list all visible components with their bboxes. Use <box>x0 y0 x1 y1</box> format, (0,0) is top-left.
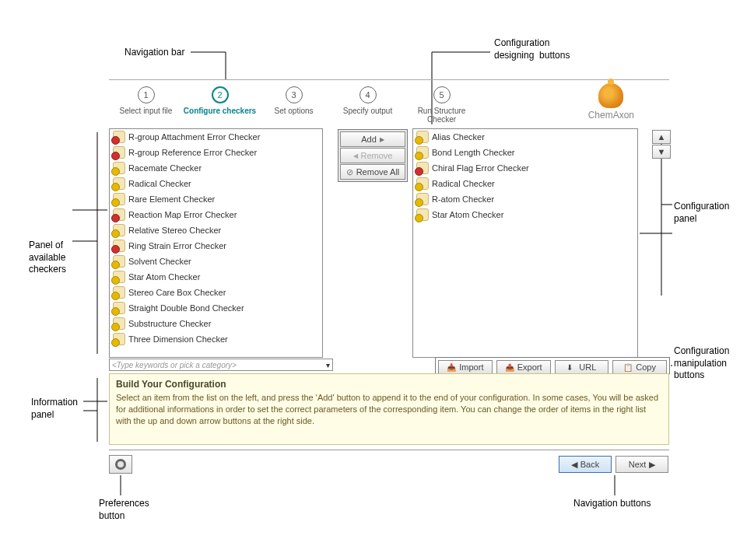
list-item[interactable]: Radical Checker <box>413 176 637 191</box>
import-icon <box>447 362 456 372</box>
step-1[interactable]: 1 Select input file <box>109 86 183 115</box>
list-item-label: Radical Checker <box>128 179 191 188</box>
list-item-label: Stereo Care Box Checker <box>128 288 226 297</box>
remove-all-button[interactable]: Remove All <box>340 164 405 180</box>
list-item[interactable]: Relative Stereo Checker <box>110 222 322 238</box>
callout-config-panel: Configuration panel <box>674 201 729 225</box>
checker-icon <box>113 286 125 299</box>
export-label: Export <box>517 362 542 372</box>
triangle-right-icon: ▶ <box>649 460 655 470</box>
step-3[interactable]: 3 Set options <box>257 86 331 115</box>
move-up-button[interactable]: ▲ <box>652 130 671 144</box>
brand: ChemAxon <box>588 83 634 121</box>
configuration-panel[interactable]: Alias CheckerBond Length CheckerChiral F… <box>412 128 638 358</box>
triangle-up-icon: ▲ <box>658 132 666 142</box>
checker-icon <box>113 131 125 143</box>
step-3-number: 3 <box>286 86 303 103</box>
list-item-label: Substructure Checker <box>128 319 211 328</box>
step-1-number: 1 <box>138 86 155 103</box>
checker-icon <box>416 146 429 159</box>
copy-button[interactable]: Copy <box>612 360 667 374</box>
list-item[interactable]: Chiral Flag Error Checker <box>413 160 637 176</box>
list-item[interactable]: Stereo Care Box Checker <box>110 285 322 300</box>
import-button[interactable]: Import <box>438 360 493 374</box>
triangle-left-icon: ◀ <box>571 460 577 470</box>
info-body: Select an item from the list on the left… <box>116 392 662 427</box>
step-4-number: 4 <box>359 86 377 103</box>
checker-icon <box>113 271 125 283</box>
list-item-label: Reaction Map Error Checker <box>128 210 237 219</box>
step-4-label: Specify output <box>331 107 405 115</box>
checker-icon <box>416 177 429 190</box>
list-item-label: Straight Double Bond Checker <box>128 303 244 313</box>
list-item[interactable]: Bond Length Checker <box>413 145 637 160</box>
list-item[interactable]: Three Dimension Checker <box>110 331 322 347</box>
step-4[interactable]: 4 Specify output <box>331 86 405 115</box>
checker-icon <box>113 224 125 236</box>
list-item-label: Racemate Checker <box>128 163 202 173</box>
checker-icon <box>113 208 125 221</box>
step-2[interactable]: 2 Configure checkers <box>183 86 257 115</box>
add-button[interactable]: Add <box>340 131 405 147</box>
checker-icon <box>113 240 125 252</box>
list-item-label: R-group Attachment Error Checker <box>128 132 260 142</box>
step-2-number: 2 <box>212 86 229 103</box>
list-item[interactable]: Alias Checker <box>413 129 637 145</box>
available-checkers-panel[interactable]: R-group Attachment Error CheckerR-group … <box>109 128 323 358</box>
step-1-label: Select input file <box>109 107 183 115</box>
list-item[interactable]: R-group Attachment Error Checker <box>110 129 322 145</box>
list-item-label: Chiral Flag Error Checker <box>432 163 529 173</box>
list-item[interactable]: Radical Checker <box>110 176 322 191</box>
move-down-button[interactable]: ▼ <box>652 145 671 159</box>
remove-all-button-label: Remove All <box>356 167 400 177</box>
filter-input[interactable]: <Type keywords or pick a category> ▾ <box>109 359 333 371</box>
copy-label: Copy <box>636 362 656 372</box>
next-button[interactable]: Next ▶ <box>615 456 668 473</box>
preferences-button[interactable] <box>109 455 132 474</box>
copy-icon <box>623 362 633 372</box>
list-item[interactable]: Solvent Checker <box>110 254 322 269</box>
callout-nav-buttons: Navigation buttons <box>573 498 651 510</box>
list-item[interactable]: Ring Strain Error Checker <box>110 238 322 254</box>
step-5[interactable]: 5 Run Structure Checker <box>405 86 479 124</box>
list-item[interactable]: Rare Element Checker <box>110 191 322 207</box>
list-item[interactable]: Racemate Checker <box>110 160 322 176</box>
list-item-label: Star Atom Checker <box>128 272 200 282</box>
step-5-label: Run Structure Checker <box>405 107 479 124</box>
callout-navbar: Navigation bar <box>124 47 184 59</box>
list-item-label: Three Dimension Checker <box>128 334 228 344</box>
brand-logo-icon <box>598 83 623 108</box>
url-button[interactable]: URL <box>555 360 609 374</box>
list-item[interactable]: Straight Double Bond Checker <box>110 300 322 316</box>
callout-config-design: Configuration designing buttons <box>494 37 570 61</box>
export-icon <box>505 362 514 372</box>
checker-icon <box>113 333 125 345</box>
export-button[interactable]: Export <box>496 360 551 374</box>
checker-icon <box>113 193 125 205</box>
checker-icon <box>113 162 125 174</box>
callout-available: Panel of available checkers <box>29 240 66 276</box>
remove-button[interactable]: Remove <box>340 148 405 163</box>
step-2-label: Configure checkers <box>183 107 257 115</box>
list-item-label: Rare Element Checker <box>128 194 215 204</box>
gear-icon <box>115 459 126 470</box>
information-panel: Build Your Configuration Select an item … <box>109 373 669 445</box>
checker-icon <box>113 177 125 190</box>
list-item-label: Bond Length Checker <box>432 148 514 157</box>
list-item[interactable]: R-group Reference Error Checker <box>110 145 322 160</box>
list-item[interactable]: Reaction Map Error Checker <box>110 207 322 222</box>
url-label: URL <box>579 362 596 372</box>
info-title: Build Your Configuration <box>116 379 662 390</box>
checker-icon <box>416 131 429 143</box>
back-label: Back <box>580 460 599 469</box>
filter-placeholder: <Type keywords or pick a category> <box>112 361 237 369</box>
list-item[interactable]: Substructure Checker <box>110 316 322 331</box>
list-item[interactable]: Star Atom Checker <box>110 269 322 285</box>
back-button[interactable]: ◀ Back <box>559 456 612 473</box>
list-item[interactable]: Star Atom Checker <box>413 207 637 222</box>
config-manipulation-buttons: Import Export URL Copy <box>435 357 670 374</box>
list-item-label: Relative Stereo Checker <box>128 226 221 235</box>
dropdown-icon[interactable]: ▾ <box>326 361 330 369</box>
checker-icon <box>113 146 125 159</box>
list-item[interactable]: R-atom Checker <box>413 191 637 207</box>
